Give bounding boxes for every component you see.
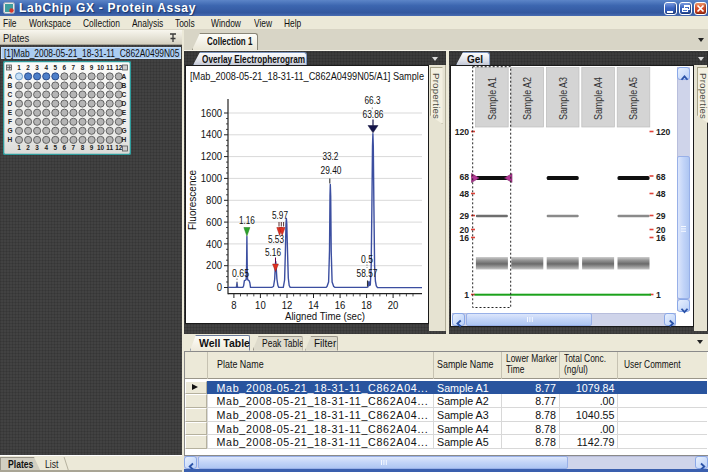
svg-text:F: F	[8, 118, 12, 125]
svg-text:29.40: 29.40	[321, 165, 342, 176]
svg-text:12: 12	[115, 64, 123, 71]
svg-text:8: 8	[231, 299, 236, 311]
svg-text:9: 9	[90, 64, 94, 71]
svg-text:Fluorescence: Fluorescence	[186, 170, 198, 230]
svg-text:0.65: 0.65	[232, 268, 249, 279]
svg-text:200: 200	[206, 259, 222, 271]
svg-text:D: D	[8, 100, 13, 107]
svg-text:0: 0	[217, 281, 222, 293]
svg-text:120: 120	[455, 127, 470, 137]
svg-text:Sample A4: Sample A4	[592, 77, 604, 120]
svg-text:11: 11	[106, 64, 113, 71]
svg-text:C: C	[122, 91, 127, 98]
svg-text:5.53: 5.53	[268, 234, 284, 245]
svg-text:3: 3	[35, 144, 39, 151]
svg-text:16: 16	[656, 233, 666, 243]
svg-text:F: F	[122, 118, 126, 125]
svg-text:6: 6	[63, 64, 67, 71]
svg-text:16: 16	[459, 233, 469, 243]
svg-text:10: 10	[255, 299, 266, 311]
svg-text:Aligned Time (sec): Aligned Time (sec)	[285, 310, 365, 322]
svg-text:Sample A5: Sample A5	[627, 77, 639, 120]
svg-text:4: 4	[44, 64, 48, 71]
svg-text:7: 7	[72, 144, 76, 151]
svg-text:0.5: 0.5	[361, 254, 373, 265]
svg-text:5.97: 5.97	[272, 210, 288, 221]
svg-text:33.2: 33.2	[322, 151, 338, 162]
svg-text:29: 29	[459, 211, 469, 221]
svg-text:A: A	[122, 73, 127, 80]
svg-text:68: 68	[656, 172, 666, 182]
svg-text:2: 2	[26, 64, 30, 71]
svg-text:1200: 1200	[201, 150, 222, 162]
svg-text:C: C	[8, 91, 13, 98]
svg-text:1000: 1000	[201, 172, 222, 184]
svg-text:1.16: 1.16	[239, 215, 255, 226]
svg-text:1600: 1600	[201, 107, 222, 119]
svg-text:120: 120	[656, 127, 671, 137]
svg-text:9: 9	[90, 144, 94, 151]
svg-text:29: 29	[656, 211, 666, 221]
svg-text:3: 3	[35, 64, 39, 71]
svg-text:D: D	[122, 100, 127, 107]
svg-text:5.16: 5.16	[265, 247, 281, 258]
svg-text:6: 6	[63, 144, 67, 151]
svg-text:E: E	[8, 109, 13, 116]
svg-text:B: B	[8, 82, 13, 89]
svg-text:400: 400	[206, 238, 222, 250]
svg-text:Sample A1: Sample A1	[486, 77, 498, 120]
svg-text:20: 20	[388, 299, 399, 311]
svg-text:1: 1	[17, 144, 21, 151]
svg-text:1: 1	[17, 64, 21, 71]
svg-text:66.3: 66.3	[365, 95, 381, 106]
svg-text:63.86: 63.86	[363, 109, 384, 120]
svg-text:G: G	[121, 127, 126, 134]
svg-text:[Mab_2008-05-21_18-31-11_C862A: [Mab_2008-05-21_18-31-11_C862A0499N05/A1…	[190, 70, 424, 82]
svg-text:G: G	[7, 127, 12, 134]
svg-text:58.57: 58.57	[357, 268, 378, 279]
svg-text:11: 11	[106, 144, 113, 151]
svg-text:4: 4	[44, 144, 48, 151]
svg-text:Sample A2: Sample A2	[521, 77, 533, 120]
svg-text:8: 8	[81, 64, 85, 71]
svg-text:1: 1	[656, 290, 661, 300]
svg-text:48: 48	[656, 189, 666, 199]
svg-text:H: H	[122, 136, 127, 143]
svg-text:12: 12	[115, 144, 123, 151]
svg-text:10: 10	[97, 64, 105, 71]
svg-text:B: B	[122, 82, 127, 89]
svg-text:600: 600	[206, 216, 222, 228]
svg-text:A: A	[8, 73, 13, 80]
svg-text:5: 5	[54, 64, 58, 71]
svg-text:1: 1	[464, 290, 469, 300]
svg-text:1400: 1400	[201, 128, 222, 140]
svg-text:68: 68	[459, 172, 469, 182]
svg-text:8: 8	[81, 144, 85, 151]
svg-text:5: 5	[54, 144, 58, 151]
svg-text:48: 48	[459, 189, 469, 199]
svg-text:2: 2	[26, 144, 30, 151]
svg-text:E: E	[122, 109, 127, 116]
svg-text:H: H	[8, 136, 13, 143]
svg-text:10: 10	[97, 144, 105, 151]
svg-text:7: 7	[72, 64, 76, 71]
svg-text:Sample A3: Sample A3	[557, 77, 569, 120]
svg-text:800: 800	[206, 194, 222, 206]
